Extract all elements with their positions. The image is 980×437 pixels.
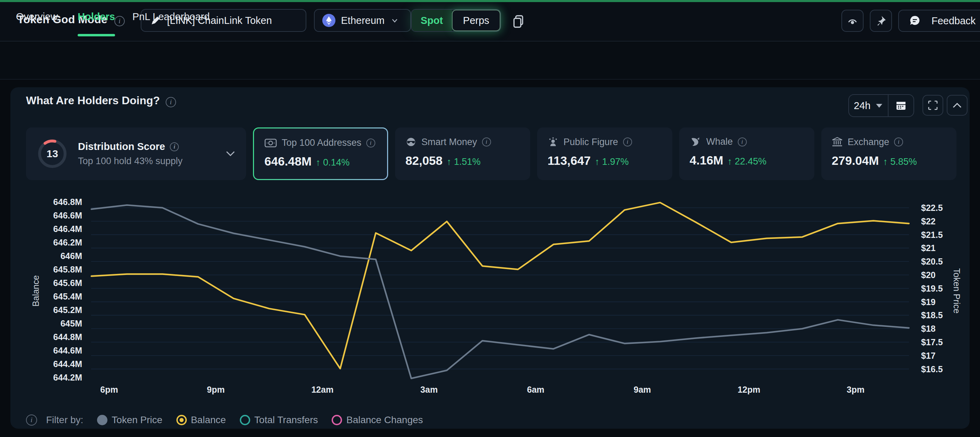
network-dropdown-label: Ethereum xyxy=(341,15,385,26)
stat-label: Top 100 Addresses xyxy=(282,138,361,148)
feedback-label: Feedback xyxy=(931,15,975,27)
panel-title: What Are Holders Doing? xyxy=(26,94,160,107)
stat-info-icon[interactable]: i xyxy=(623,138,632,146)
stat-info-icon[interactable]: i xyxy=(482,138,491,146)
chevron-down-icon xyxy=(390,16,399,25)
stat-info-icon[interactable]: i xyxy=(366,139,375,147)
public-figure-icon xyxy=(547,136,558,147)
speech-bubble-icon xyxy=(908,14,922,28)
caret-down-icon xyxy=(875,103,883,108)
pushpin-icon xyxy=(875,14,887,27)
chevron-up-icon xyxy=(952,102,963,109)
ethereum-icon xyxy=(322,14,336,27)
time-range-control: 24h xyxy=(848,94,914,117)
page-title-info-icon[interactable]: i xyxy=(115,16,125,26)
spot-toggle-button[interactable]: Spot xyxy=(412,10,452,31)
eye-icon xyxy=(846,14,859,27)
distribution-gauge: 13 xyxy=(37,138,68,170)
exchange-bank-icon xyxy=(832,136,843,147)
stat-card-smart-money[interactable]: Smart Money i 82,058 ↑ 1.51% xyxy=(395,127,530,180)
stat-card-public-figure[interactable]: Public Figure i 113,647 ↑ 1.97% xyxy=(537,127,672,180)
time-range-dropdown[interactable]: 24h xyxy=(849,95,888,116)
stat-card-whale[interactable]: Whale i 4.16M ↑ 22.45% xyxy=(679,127,815,180)
stat-label: Whale xyxy=(706,136,733,147)
fullscreen-icon xyxy=(928,100,939,111)
filter-by-label: Filter by: xyxy=(46,415,83,426)
distribution-subtitle: Top 100 hold 43% supply xyxy=(78,156,225,166)
perps-toggle-button[interactable]: Perps xyxy=(452,10,500,31)
tab-bar xyxy=(0,42,980,80)
time-range-value: 24h xyxy=(854,100,870,111)
total-transfers-marker-icon xyxy=(240,415,250,425)
filter-total-transfers[interactable]: Total Transfers xyxy=(240,415,318,426)
stat-value: 82,058 xyxy=(406,154,442,168)
calendar-button[interactable] xyxy=(888,95,913,116)
filter-balance[interactable]: Balance xyxy=(177,415,226,426)
feedback-button[interactable]: Feedback xyxy=(898,10,980,32)
stat-value: 113,647 xyxy=(547,154,591,168)
token-price-marker-icon xyxy=(97,415,107,425)
copy-icon[interactable] xyxy=(512,14,525,28)
distribution-info-icon[interactable]: i xyxy=(170,142,179,151)
stat-card-top-100-addresses[interactable]: Top 100 Addresses i 646.48M ↑ 0.14% xyxy=(253,127,388,180)
stat-info-icon[interactable]: i xyxy=(738,138,747,146)
balance-changes-marker-icon xyxy=(332,415,342,425)
whale-icon xyxy=(690,137,702,147)
filter-info-icon[interactable]: i xyxy=(26,415,37,426)
chevron-down-icon[interactable] xyxy=(225,150,235,157)
stat-label: Public Figure xyxy=(563,137,618,147)
pin-button[interactable] xyxy=(870,10,892,32)
stat-value: 646.48M xyxy=(264,154,312,168)
filter-token-price[interactable]: Token Price xyxy=(97,415,162,426)
stat-value: 4.16M xyxy=(690,154,723,167)
distribution-score-card[interactable]: 13 Distribution Score i Top 100 hold 43%… xyxy=(26,127,246,180)
stat-card-exchange[interactable]: Exchange i 279.04M ↑ 5.85% xyxy=(821,127,956,180)
active-tab-underline xyxy=(78,34,115,36)
tab-holders[interactable]: Holders xyxy=(78,11,115,22)
watch-button[interactable] xyxy=(842,10,864,32)
network-dropdown[interactable]: Ethereum xyxy=(314,9,411,32)
fullscreen-button[interactable] xyxy=(923,95,943,116)
calendar-icon xyxy=(895,100,907,111)
tab-pnl-leaderboard[interactable]: PnL Leaderboard xyxy=(132,11,210,22)
tab-overview[interactable]: Overview xyxy=(16,11,58,22)
chart-filter-legend: i Filter by: Token Price Balance Total T… xyxy=(26,412,423,428)
filter-balance-changes[interactable]: Balance Changes xyxy=(332,415,423,426)
balance-marker-icon xyxy=(177,415,187,425)
stat-info-icon[interactable]: i xyxy=(894,138,903,146)
stat-label: Smart Money xyxy=(422,137,477,147)
panel-title-info-icon[interactable]: i xyxy=(165,97,176,107)
collapse-button[interactable] xyxy=(947,95,967,116)
stat-value: 279.04M xyxy=(832,154,879,168)
distribution-score-title: Distribution Score xyxy=(78,141,165,152)
banknote-icon xyxy=(264,138,277,148)
smart-money-icon xyxy=(406,136,417,147)
distribution-score-value: 13 xyxy=(37,138,68,170)
stat-label: Exchange xyxy=(848,137,889,147)
spot-perps-toggle: Spot Perps xyxy=(411,9,501,32)
